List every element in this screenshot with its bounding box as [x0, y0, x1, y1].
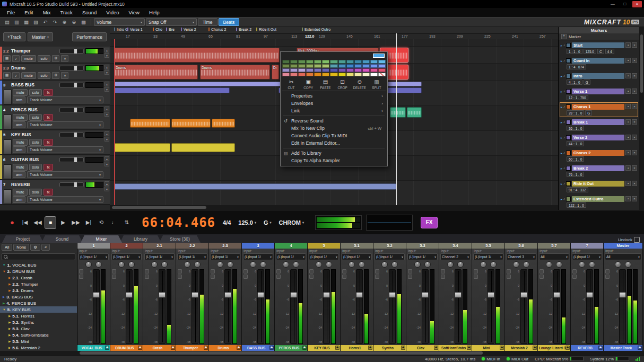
send-knob[interactable]	[424, 261, 431, 268]
fader-handle[interactable]	[323, 292, 330, 298]
channel-input-dropdown[interactable]: (L)Input 1/▾	[342, 253, 372, 260]
marker-row[interactable]: ▸♪Count In▪×1 : 4 . 874	[560, 56, 638, 71]
channel-mini-button[interactable]	[276, 269, 281, 273]
volume-fader[interactable]	[619, 269, 626, 344]
track-header[interactable]: 6GUITAR BUSmutesolofxarmTrack Volume▾▴▾	[0, 155, 110, 180]
channel-name-label[interactable]: Lounge Lizard 3+	[538, 345, 570, 351]
split-button[interactable]: ▥SPLIT	[369, 79, 385, 90]
mixer-tree-item[interactable]: ▼5.KEY BUS	[0, 306, 77, 313]
pan-knob[interactable]	[283, 261, 289, 268]
gear-icon[interactable]: ⚙	[52, 72, 59, 79]
track-volume-fader[interactable]	[59, 182, 84, 187]
add-effect-button[interactable]: +	[171, 346, 175, 350]
marker-delete-button[interactable]: ×	[632, 119, 637, 125]
solo-button[interactable]: solo	[29, 164, 42, 171]
channel-mini-button[interactable]	[342, 269, 346, 273]
channel-mini-button[interactable]	[408, 269, 412, 273]
channel-mini-button[interactable]	[441, 269, 445, 273]
color-swatch[interactable]	[362, 73, 370, 76]
channel-name-label[interactable]: Horns1+	[341, 345, 373, 351]
marker-key-value[interactable]: G	[585, 110, 592, 116]
channel-name-label[interactable]: REVERB+	[571, 345, 603, 351]
track-resize-icon[interactable]: ▾	[105, 70, 109, 75]
mixer-tree-item[interactable]: ▶2.3.Drums	[0, 287, 77, 294]
marker-play-icon[interactable]: ▸	[561, 197, 562, 201]
audio-clip[interactable]	[407, 107, 422, 118]
volume-fader[interactable]	[455, 269, 462, 344]
color-swatch[interactable]	[370, 68, 378, 72]
tree-arrow-icon[interactable]: ▼	[3, 263, 5, 267]
send-knob[interactable]	[194, 261, 201, 268]
color-swatch[interactable]	[338, 60, 346, 64]
pan-knob[interactable]	[217, 261, 223, 268]
marker-delete-button[interactable]: ×	[632, 104, 637, 109]
send-knob[interactable]	[523, 261, 529, 268]
add-marker-row[interactable]: + Marker	[559, 33, 639, 40]
marker-color-chip[interactable]	[566, 43, 571, 48]
arm-button[interactable]: arm	[13, 121, 25, 128]
marker-row[interactable]: ▸♪Start▪×1 : 1 . 0125.0C4 4	[560, 41, 638, 56]
zoom-in-icon[interactable]: ⊕	[60, 18, 69, 26]
marker-play-icon[interactable]: ▸	[561, 90, 562, 93]
channel-name-label[interactable]: Crash+	[143, 345, 176, 351]
marker-edit-button[interactable]: ▪	[625, 150, 631, 155]
color-swatch[interactable]	[322, 64, 329, 68]
menu-item-help[interactable]: Help	[144, 8, 164, 17]
marker-play-icon[interactable]: ▸	[561, 43, 562, 47]
color-swatch[interactable]	[298, 60, 306, 64]
color-swatch[interactable]	[314, 64, 321, 68]
mute-button[interactable]: mute	[13, 164, 28, 171]
audio-clip[interactable]: Drums	[114, 65, 198, 80]
mixer-tree-item[interactable]: ▶3.BASS BUS	[0, 294, 77, 300]
track-volume-dropdown[interactable]: Track Volume▾	[27, 196, 103, 203]
color-swatch[interactable]	[346, 73, 354, 76]
channel-number[interactable]: 5	[308, 243, 340, 249]
fader-handle[interactable]	[74, 65, 77, 71]
add-effect-button[interactable]: +	[368, 346, 372, 350]
channel-number[interactable]: 7	[571, 243, 603, 249]
channel-mini-button[interactable]	[211, 269, 215, 273]
add-effect-button[interactable]: +	[105, 346, 109, 350]
marker-timesig-value[interactable]: 4 4	[605, 49, 614, 54]
channel-input-dropdown[interactable]: (L)Input 1/▾	[144, 253, 175, 260]
audio-clip[interactable]: Drums	[200, 65, 270, 80]
color-swatch[interactable]	[282, 73, 290, 76]
channel-mini-button[interactable]	[211, 275, 215, 279]
pan-knob[interactable]	[615, 261, 621, 268]
send-knob[interactable]	[260, 261, 266, 268]
send-knob[interactable]	[589, 261, 595, 268]
volume-fader[interactable]	[126, 269, 133, 344]
channel-number[interactable]: 3	[242, 243, 274, 249]
marker-position-value[interactable]: 1 : 1 . 0	[567, 49, 582, 54]
section-marker-label[interactable]: Break 2	[236, 28, 251, 31]
tree-arrow-icon[interactable]: ▶	[3, 295, 5, 298]
fader-handle[interactable]	[192, 292, 198, 298]
track-resize-icon[interactable]: ▾	[105, 112, 109, 117]
loop-button[interactable]: ⟲	[95, 216, 107, 229]
channel-input-dropdown[interactable]: (L)Input 1/▾	[276, 253, 306, 260]
color-swatch[interactable]	[346, 68, 354, 72]
marker-play-icon[interactable]: ▸	[561, 166, 562, 170]
marker-row[interactable]: ▸♪Extended Outro▪×122 : 1 . 0	[560, 195, 638, 209]
channel-mini-button[interactable]	[178, 269, 182, 273]
markers-vscrollbar[interactable]	[639, 27, 644, 210]
channel-number[interactable]: 2.2	[176, 243, 208, 249]
color-swatch[interactable]	[290, 64, 298, 68]
fader-handle[interactable]	[74, 157, 77, 163]
send-knob[interactable]	[359, 261, 365, 268]
delete-button[interactable]: ⊖DELETE	[352, 79, 368, 90]
add-effect-button[interactable]: +	[269, 346, 274, 350]
send-knob[interactable]	[457, 261, 464, 268]
marker-delete-button[interactable]: ×	[632, 58, 637, 63]
track-header[interactable]: 7REVERBmutesolofxarmTrack Volume▾▴▾	[0, 180, 110, 205]
channel-mini-button[interactable]	[507, 269, 511, 273]
menu-item-sound[interactable]: Sound	[77, 8, 101, 17]
color-swatch[interactable]	[306, 73, 314, 76]
audio-clip[interactable]	[114, 87, 230, 93]
marker-color-chip[interactable]	[566, 89, 571, 94]
audio-clip[interactable]	[171, 119, 211, 128]
section-marker-label[interactable]: Cho	[153, 28, 162, 31]
tree-arrow-icon[interactable]: ▶	[8, 289, 11, 292]
section-marker-bar[interactable]: Intro GVerse 1ChoBreVerse 2Chorus 2Break…	[110, 27, 558, 34]
channel-mini-button[interactable]	[375, 275, 379, 279]
